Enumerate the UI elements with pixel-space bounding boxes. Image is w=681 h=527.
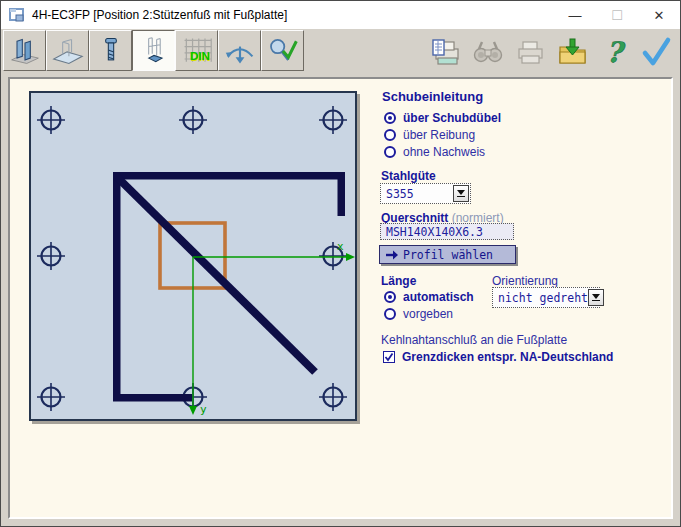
limit-thickness-checkbox-row[interactable]: Grenzdicken entspr. NA-Deutschland [383,350,613,364]
shear-heading: Schubeinleitung [382,89,483,104]
print-icon[interactable] [514,35,546,69]
steel-profile-icon [9,34,41,68]
app-window: 4H-EC3FP [Position 2:Stützenfuß mit Fußp… [0,0,681,527]
toolbar: DIN DIN [1,29,680,74]
anchor-bolt-icon [95,34,127,68]
profile-tool-button[interactable] [3,30,46,71]
din-grid-icon: DIN DIN [181,34,213,68]
orientation-label: Orientierung [492,274,558,288]
radio-icon[interactable] [384,308,396,320]
magnifier-check-icon [267,34,299,68]
maximize-button[interactable]: ☐ [596,1,638,29]
length-label: Länge [381,274,416,288]
base-plate-icon [52,34,84,68]
shear-option-none[interactable]: ohne Nachweis [384,145,485,159]
column-base-icon [138,34,170,68]
close-button[interactable]: ✕ [638,1,680,29]
content-area: x y Schubeinleitung über Schubdübel über… [1,74,680,526]
loads-tool-button[interactable] [218,30,261,71]
checkbox-checked-icon[interactable] [383,351,395,363]
save-folder-icon[interactable] [556,35,588,69]
settings-form: Schubeinleitung über Schubdübel über Rei… [10,79,671,517]
ok-check-icon[interactable] [640,35,672,69]
fillet-weld-label: Kehlnahtanschluß an die Fußplatte [381,333,567,347]
main-panel: x y Schubeinleitung über Schubdübel über… [8,77,673,519]
window-title: 4H-EC3FP [Position 2:Stützenfuß mit Fußp… [32,8,287,22]
minimize-button[interactable]: — [554,1,596,29]
radio-icon[interactable] [384,112,396,124]
radio-icon[interactable] [384,129,396,141]
print-preview-icon[interactable] [430,35,462,69]
svg-text:?: ? [606,36,626,69]
din-tool-button[interactable]: DIN DIN [175,30,218,71]
steel-grade-label: Stahlgüte [381,169,436,183]
loads-arrow-icon [224,34,256,68]
search-binoculars-icon[interactable] [472,35,504,69]
help-icon[interactable]: ? [598,35,630,69]
arrow-right-icon [386,250,398,260]
chevron-down-icon[interactable] [453,185,469,202]
titlebar: 4H-EC3FP [Position 2:Stützenfuß mit Fußp… [1,1,680,29]
app-icon [8,6,26,24]
steel-grade-select[interactable]: S355 [380,183,471,204]
din-label: DIN [189,49,209,61]
radio-icon[interactable] [384,146,396,158]
shear-option-dowel[interactable]: über Schubdübel [384,111,501,125]
baseplate-tool-button[interactable] [46,30,89,71]
check-tool-button[interactable] [261,30,304,71]
length-option-given[interactable]: vorgeben [384,307,453,321]
anchor-tool-button[interactable] [89,30,132,71]
choose-profile-button[interactable]: Profil wählen [379,245,516,264]
radio-icon[interactable] [384,291,396,303]
column-base-tool-button[interactable] [132,30,175,71]
length-option-auto[interactable]: automatisch [384,290,474,304]
chevron-down-icon[interactable] [588,289,604,306]
orientation-select[interactable]: nicht gedreht [492,287,600,308]
shear-option-friction[interactable]: über Reibung [384,128,475,142]
cross-section-field[interactable]: MSH140X140X6.3 [380,223,514,240]
